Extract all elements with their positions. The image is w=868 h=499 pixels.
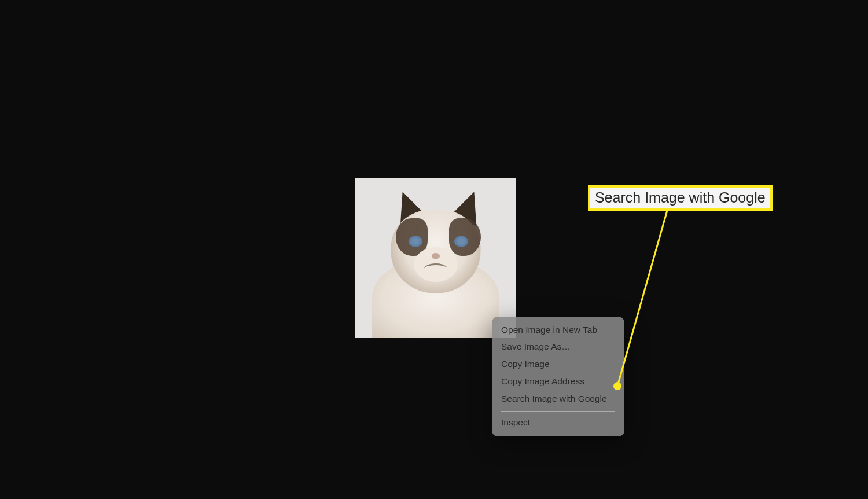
menu-item-copy-image[interactable]: Copy Image [492,356,624,373]
image-thumbnail[interactable] [355,178,516,338]
image-context-menu: Open Image in New Tab Save Image As… Cop… [492,317,624,436]
cat-image-placeholder [355,178,516,338]
menu-divider [501,411,615,412]
svg-line-0 [617,208,668,386]
menu-item-open-new-tab[interactable]: Open Image in New Tab [492,321,624,339]
menu-item-search-google[interactable]: Search Image with Google [492,391,624,408]
callout-highlight-label: Search Image with Google [588,185,773,211]
menu-item-save-as[interactable]: Save Image As… [492,339,624,356]
menu-item-inspect[interactable]: Inspect [492,414,624,432]
menu-item-copy-address[interactable]: Copy Image Address [492,373,624,391]
callout-anchor-dot [613,382,621,390]
